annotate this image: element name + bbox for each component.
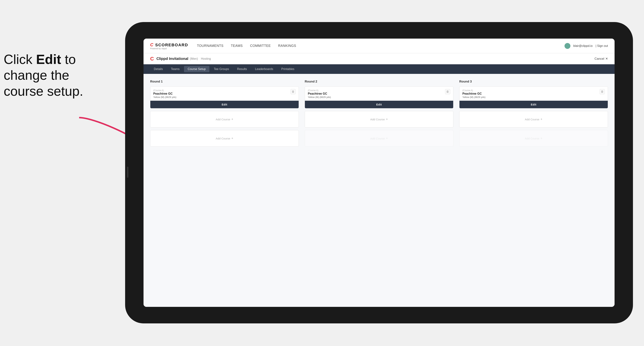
cancel-x-icon: ✕ bbox=[605, 57, 608, 61]
course-card-header-3: (Course A) Peachtree GC 🗑 bbox=[460, 87, 608, 96]
plus-icon-2-2: + bbox=[386, 137, 388, 140]
round-3-title: Round 3 bbox=[459, 80, 608, 83]
add-course-label-3-2: Add Course + bbox=[525, 137, 542, 140]
nav-rankings[interactable]: RANKINGS bbox=[278, 44, 296, 48]
add-course-card-3-1[interactable]: Add Course + bbox=[459, 111, 608, 128]
logo-area: C SCOREBOARD Powered by clippd bbox=[150, 42, 188, 50]
add-course-label-2: Add Course + bbox=[216, 137, 233, 140]
course-name-3: Peachtree GC bbox=[462, 92, 482, 95]
plus-icon-2-1: + bbox=[386, 117, 388, 121]
tablet-side-button bbox=[127, 167, 128, 178]
course-label-3: (Course A) bbox=[462, 89, 482, 92]
rounds-grid: Round 1 (Course A) Peachtree GC 🗑 Yellow… bbox=[150, 80, 608, 149]
main-content: Round 1 (Course A) Peachtree GC 🗑 Yellow… bbox=[144, 74, 614, 307]
edit-bold: Edit bbox=[36, 52, 61, 67]
nav-teams[interactable]: TEAMS bbox=[231, 44, 243, 48]
nav-links: TOURNAMENTS TEAMS COMMITTEE RANKINGS bbox=[197, 44, 564, 48]
tournament-name: Clippd Invitational bbox=[156, 57, 188, 61]
course-card-header-2: (Course A) Peachtree GC 🗑 bbox=[305, 87, 453, 96]
delete-course-button[interactable]: 🗑 bbox=[290, 89, 296, 94]
plus-icon-3-1: + bbox=[540, 117, 542, 121]
add-course-card-1-1[interactable]: Add Course + bbox=[150, 111, 299, 128]
round-1-title: Round 1 bbox=[150, 80, 299, 83]
add-course-card-2-1[interactable]: Add Course + bbox=[305, 111, 454, 128]
add-course-label-2-1: Add Course + bbox=[370, 117, 388, 121]
round-3-course-card-0: (Course A) Peachtree GC 🗑 Yellow (M) (66… bbox=[459, 86, 608, 108]
tournament-status: Hosting bbox=[201, 57, 211, 60]
course-tee-3: Yellow (M) (6629 yds) bbox=[460, 96, 608, 101]
scoreboard-logo: C SCOREBOARD bbox=[150, 42, 188, 47]
plus-icon-2: + bbox=[231, 137, 233, 140]
tab-details[interactable]: Details bbox=[150, 66, 166, 72]
course-tee-2: Yellow (M) (6629 yds) bbox=[305, 96, 453, 101]
tab-course-setup[interactable]: Course Setup bbox=[184, 66, 210, 72]
add-course-card-1-2[interactable]: Add Course + bbox=[150, 130, 299, 147]
tab-tee-groups[interactable]: Tee Groups bbox=[210, 66, 233, 72]
course-label: (Course A) bbox=[153, 89, 172, 92]
tab-leaderboards[interactable]: Leaderboards bbox=[251, 66, 277, 72]
nav-right: blair@clippd.io | Sign out bbox=[564, 43, 608, 49]
delete-course-button-3[interactable]: 🗑 bbox=[600, 89, 605, 94]
top-navigation: C SCOREBOARD Powered by clippd TOURNAMEN… bbox=[144, 39, 614, 53]
cancel-button[interactable]: Cancel ✕ bbox=[594, 57, 608, 61]
add-course-label: Add Course + bbox=[216, 117, 233, 121]
course-name-2: Peachtree GC bbox=[308, 92, 327, 95]
course-name: Peachtree GC bbox=[153, 92, 172, 95]
sign-out-link[interactable]: | Sign out bbox=[596, 44, 608, 48]
round-2-column: Round 2 (Course A) Peachtree GC 🗑 Yellow… bbox=[305, 80, 454, 149]
tablet-device: C SCOREBOARD Powered by clippd TOURNAMEN… bbox=[125, 22, 633, 323]
course-info-2: (Course A) Peachtree GC bbox=[308, 89, 327, 96]
add-course-card-2-2: Add Course + bbox=[305, 130, 454, 147]
round-3-column: Round 3 (Course A) Peachtree GC 🗑 Yellow… bbox=[459, 80, 608, 149]
course-info-3: (Course A) Peachtree GC bbox=[462, 89, 482, 96]
instruction-text: Click Edit tochange thecourse setup. bbox=[4, 51, 118, 99]
logo-subtitle: Powered by clippd bbox=[150, 47, 188, 50]
course-label-2: (Course A) bbox=[308, 89, 327, 92]
edit-course-button-3[interactable]: Edit bbox=[460, 101, 608, 108]
edit-course-button-2[interactable]: Edit bbox=[305, 101, 453, 108]
add-course-label-2-2: Add Course + bbox=[370, 137, 388, 140]
tournament-bar: C Clippd Invitational (Men) Hosting Canc… bbox=[144, 53, 614, 64]
add-course-label-3-1: Add Course + bbox=[525, 117, 542, 121]
round-1-course-card-0: (Course A) Peachtree GC 🗑 Yellow (M) (66… bbox=[150, 86, 299, 108]
logo-text: SCOREBOARD bbox=[155, 43, 188, 47]
tab-teams[interactable]: Teams bbox=[167, 66, 183, 72]
add-course-card-3-2: Add Course + bbox=[459, 130, 608, 147]
round-2-title: Round 2 bbox=[305, 80, 454, 83]
round-2-course-card-0: (Course A) Peachtree GC 🗑 Yellow (M) (66… bbox=[305, 86, 454, 108]
user-avatar bbox=[564, 43, 570, 49]
course-tee: Yellow (M) (6629 yds) bbox=[150, 96, 299, 101]
user-email: blair@clippd.io bbox=[573, 44, 593, 48]
tournament-logo: C bbox=[150, 56, 154, 62]
plus-icon: + bbox=[231, 117, 233, 121]
tab-results[interactable]: Results bbox=[234, 66, 250, 72]
round-1-column: Round 1 (Course A) Peachtree GC 🗑 Yellow… bbox=[150, 80, 299, 149]
nav-committee[interactable]: COMMITTEE bbox=[250, 44, 271, 48]
sub-navigation: Details Teams Course Setup Tee Groups Re… bbox=[144, 64, 614, 74]
tab-printables[interactable]: Printables bbox=[278, 66, 298, 72]
course-info: (Course A) Peachtree GC bbox=[153, 89, 172, 96]
delete-course-button-2[interactable]: 🗑 bbox=[445, 89, 450, 94]
nav-tournaments[interactable]: TOURNAMENTS bbox=[197, 44, 224, 48]
tablet-screen: C SCOREBOARD Powered by clippd TOURNAMEN… bbox=[144, 39, 614, 307]
edit-course-button[interactable]: Edit bbox=[150, 101, 299, 108]
tournament-gender: (Men) bbox=[190, 57, 198, 61]
course-card-header: (Course A) Peachtree GC 🗑 bbox=[150, 87, 299, 96]
logo-c-letter: C bbox=[150, 42, 154, 47]
plus-icon-3-2: + bbox=[540, 137, 542, 140]
